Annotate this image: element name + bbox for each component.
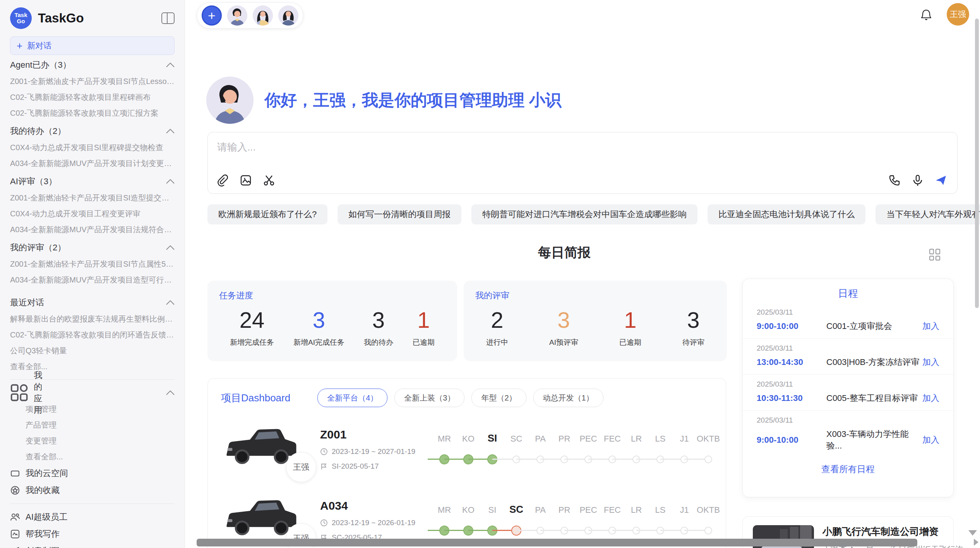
task-list-item[interactable]: Z001-全新燃油轻卡产品开发项目SI造型提交物评审 [10,190,175,206]
task-list-item[interactable]: A034-全新新能源MUV产品开发项目法规符合性评审 [10,222,175,238]
assistant-avatar-2[interactable] [253,5,273,26]
app-window: Task Go TaskGo + 新对话 Agent已办（3） Z001-全新燃… [0,0,980,548]
event-date: 2025/03/11 [757,416,939,425]
assistant-avatar-1[interactable] [227,5,247,26]
my-review-stats: 2 进行中 3 AI预评审 1 已逾期 3 待 [475,307,715,348]
view-all-schedule-link[interactable]: 查看所有日程 [743,463,953,475]
stat-label: 已逾期 [619,337,641,348]
recent-chat-item[interactable]: 解释最新出台的欧盟报废车法规再生塑料比例被调至15%... [10,311,175,327]
send-icon[interactable] [935,174,947,187]
event-join-link[interactable]: 加入 [922,356,939,368]
app-list-item[interactable]: 项目管理 [26,401,175,417]
app-title: TaskGo [38,11,161,26]
sidebar-item-creative-draw[interactable]: 创意制图 [10,543,175,548]
layout-grid-icon[interactable] [928,248,941,261]
section-my-review[interactable]: 我的评审（2） [10,239,175,256]
new-chat-button[interactable]: + 新对话 [10,36,175,55]
sidebar-item-ai-staff[interactable]: AI超级员工 [10,509,175,526]
image-icon[interactable] [240,174,252,187]
task-list-item[interactable]: Z001-全新燃油轻卡产品开发项目SI节点属性5D文件评审 [10,256,175,272]
scroll-down-arrow[interactable] [968,530,977,536]
milestone: LR [624,432,648,469]
app-list-item[interactable]: 产品管理 [26,417,175,433]
event-join-link[interactable]: 加入 [922,320,939,332]
app-list-item[interactable]: 查看全部... [26,449,175,465]
milestone-label: LR [624,434,648,444]
horizontal-scrollbar[interactable] [197,539,917,546]
task-list-item[interactable]: A034-全新新能源MUV产品开发项目计划变更表编写 [10,156,175,171]
recent-chat-item[interactable]: 公司Q3轻卡销量 [10,343,175,359]
microphone-icon[interactable] [911,174,924,187]
task-list-item[interactable]: C0X4-动力总成开发项目工程变更评审 [10,206,175,222]
stat-value: 3 [293,307,344,333]
chevron-up-icon [166,300,175,305]
section-title: 我的评审（2） [10,242,66,253]
suggestion-chip[interactable]: 特朗普可能对进口汽车增税会对中国车企造成哪些影响 [471,204,697,224]
assistant-avatar-3[interactable] [278,5,298,26]
task-list-item[interactable]: C0X4-动力总成开发项目SI里程碑提交物检查 [10,140,175,156]
task-list-item[interactable]: Z001-全新燃油皮卡产品开发项目SI节点Lesson Learn报告 [10,74,175,89]
schedule-event: 2025/03/11 10:30-11:30 C005-整车工程目标评审 加入 [743,375,953,411]
dashboard-tab[interactable]: 全新上装（3） [394,389,464,407]
scroll-right-arrow[interactable] [974,539,978,546]
project-info: Z001 2023-12-19 ~ 2027-01-19 SI-2025-05-… [314,428,432,471]
project-flag-date: SI-2025-05-17 [332,462,379,471]
dashboard-tab[interactable]: 年型（2） [471,389,526,407]
section-agent-done[interactable]: Agent已办（3） [10,57,175,74]
stat: 3 我的待办 [364,307,393,348]
milestone: SC [504,432,528,469]
project-dates: 2023-12-19 ~ 2026-01-19 [332,519,415,527]
user-avatar[interactable]: 王强 [947,3,969,26]
milestone: PR [552,503,576,540]
recent-chat-item[interactable]: C02-飞腾新能源轻客改款项目的闭环通告反馈情况 [10,327,175,343]
project-row[interactable]: 王强 Z001 2023-12-19 ~ 2027-01-19 SI-2025-… [221,420,713,478]
phone-icon[interactable] [888,174,901,187]
stat-label: 我的待办 [364,337,393,348]
suggestion-chip[interactable]: 比亚迪全固态电池计划具体说了什么 [708,204,865,224]
milestone-label: OKTB [696,434,720,444]
stat-label: 新增完成任务 [230,337,274,348]
sidebar-collapse-icon[interactable] [161,12,175,24]
suggestion-chip[interactable]: 欧洲新规最近颁布了什么? [207,204,327,224]
section-ai-review[interactable]: AI评审（3） [10,173,175,190]
sidebar-item-favorites[interactable]: 我的收藏 [10,482,175,499]
event-join-link[interactable]: 加入 [922,392,939,404]
chevron-up-icon [166,129,175,134]
sidebar-item-help-write[interactable]: 帮我写作 [10,526,175,543]
app-list-item[interactable]: 变更管理 [26,433,175,449]
add-assistant-button[interactable]: + [202,5,222,26]
suggestion-chip[interactable]: 当下年轻人对汽车外观有怎样的喜好趋势 [875,204,980,224]
milestone-label: PR [552,434,576,444]
scissors-icon[interactable] [263,174,275,187]
milestone-track: MR KO [432,501,720,540]
paperclip-icon[interactable] [216,174,229,187]
section-recent-chats[interactable]: 最近对话 [10,294,175,311]
my-review-card: 我的评审 2 进行中 3 AI预评审 1 已逾期 [464,281,727,361]
chat-input[interactable] [216,141,876,154]
sidebar-item-cloud-space[interactable]: 我的云空间 [10,465,175,482]
section-my-todo[interactable]: 我的待办（2） [10,123,175,140]
stat-value: 3 [364,307,393,333]
task-progress-stats: 24 新增完成任务 3 新增AI完成任务 3 我的待办 1 [219,307,445,348]
dashboard-tab[interactable]: 全新平台（4） [317,389,387,407]
task-list-item[interactable]: A034-全新新能源MUV产品开发项目造型可行性评审 [10,272,175,288]
event-join-link[interactable]: 加入 [922,434,939,446]
apps-grid-icon [10,384,28,402]
event-name: C001-立项审批会 [826,320,922,332]
event-date: 2025/03/11 [757,308,939,317]
task-list-item[interactable]: C02-飞腾新能源轻客改款项目立项汇报方案 [10,105,175,121]
stat-value: 1 [619,307,641,333]
task-list-item[interactable]: C02-飞腾新能源轻客改款项目里程碑画布 [10,89,175,105]
schedule-event: 2025/03/11 9:00-10:00 X003-车辆动力学性能验... 加… [743,411,953,458]
notification-bell-icon[interactable] [920,9,933,22]
people-icon [10,512,20,522]
dashboard-tab[interactable]: 动总开发（1） [533,389,603,407]
logo-text-bottom: Go [17,18,25,24]
suggestion-chip[interactable]: 如何写一份清晰的项目周报 [338,204,461,224]
section-my-apps[interactable]: 我的应用 [10,384,175,401]
vertical-scrollbar[interactable] [975,19,979,308]
milestone-label: SI [480,505,504,515]
favorites-icon [10,485,20,495]
clock-icon [320,519,328,527]
stat-value: 1 [413,307,435,333]
